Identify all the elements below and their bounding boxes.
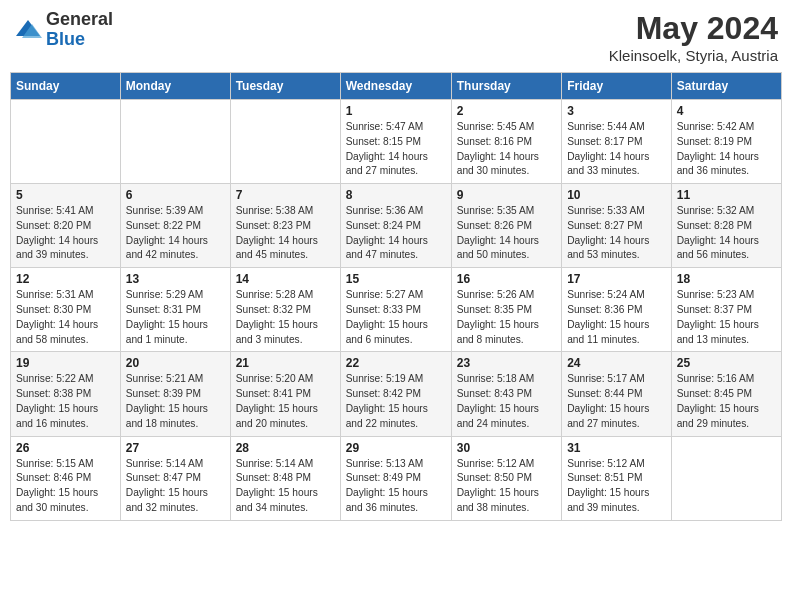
day-info: Sunrise: 5:35 AMSunset: 8:26 PMDaylight:… [457,204,556,263]
header-sunday: Sunday [11,73,121,100]
day-info: Sunrise: 5:47 AMSunset: 8:15 PMDaylight:… [346,120,446,179]
day-info: Sunrise: 5:32 AMSunset: 8:28 PMDaylight:… [677,204,776,263]
day-number: 25 [677,356,776,370]
table-row: 10 Sunrise: 5:33 AMSunset: 8:27 PMDaylig… [562,184,672,268]
day-number: 12 [16,272,115,286]
table-row: 4 Sunrise: 5:42 AMSunset: 8:19 PMDayligh… [671,100,781,184]
day-number: 22 [346,356,446,370]
day-info: Sunrise: 5:22 AMSunset: 8:38 PMDaylight:… [16,372,115,431]
day-info: Sunrise: 5:28 AMSunset: 8:32 PMDaylight:… [236,288,335,347]
weekday-header-row: Sunday Monday Tuesday Wednesday Thursday… [11,73,782,100]
day-number: 30 [457,441,556,455]
day-info: Sunrise: 5:31 AMSunset: 8:30 PMDaylight:… [16,288,115,347]
table-row: 27 Sunrise: 5:14 AMSunset: 8:47 PMDaylig… [120,436,230,520]
table-row: 9 Sunrise: 5:35 AMSunset: 8:26 PMDayligh… [451,184,561,268]
table-row [120,100,230,184]
day-number: 14 [236,272,335,286]
day-info: Sunrise: 5:19 AMSunset: 8:42 PMDaylight:… [346,372,446,431]
day-info: Sunrise: 5:33 AMSunset: 8:27 PMDaylight:… [567,204,666,263]
table-row: 30 Sunrise: 5:12 AMSunset: 8:50 PMDaylig… [451,436,561,520]
day-info: Sunrise: 5:14 AMSunset: 8:47 PMDaylight:… [126,457,225,516]
calendar-week-1: 1 Sunrise: 5:47 AMSunset: 8:15 PMDayligh… [11,100,782,184]
day-number: 9 [457,188,556,202]
calendar-week-5: 26 Sunrise: 5:15 AMSunset: 8:46 PMDaylig… [11,436,782,520]
table-row: 23 Sunrise: 5:18 AMSunset: 8:43 PMDaylig… [451,352,561,436]
table-row: 12 Sunrise: 5:31 AMSunset: 8:30 PMDaylig… [11,268,121,352]
day-info: Sunrise: 5:39 AMSunset: 8:22 PMDaylight:… [126,204,225,263]
table-row: 17 Sunrise: 5:24 AMSunset: 8:36 PMDaylig… [562,268,672,352]
page-header: General Blue May 2024 Kleinsoelk, Styria… [10,10,782,64]
day-info: Sunrise: 5:12 AMSunset: 8:50 PMDaylight:… [457,457,556,516]
table-row: 1 Sunrise: 5:47 AMSunset: 8:15 PMDayligh… [340,100,451,184]
calendar-title: May 2024 [609,10,778,47]
day-number: 4 [677,104,776,118]
table-row: 22 Sunrise: 5:19 AMSunset: 8:42 PMDaylig… [340,352,451,436]
day-number: 21 [236,356,335,370]
day-number: 28 [236,441,335,455]
day-info: Sunrise: 5:21 AMSunset: 8:39 PMDaylight:… [126,372,225,431]
day-number: 16 [457,272,556,286]
table-row: 5 Sunrise: 5:41 AMSunset: 8:20 PMDayligh… [11,184,121,268]
day-info: Sunrise: 5:24 AMSunset: 8:36 PMDaylight:… [567,288,666,347]
day-number: 5 [16,188,115,202]
table-row: 21 Sunrise: 5:20 AMSunset: 8:41 PMDaylig… [230,352,340,436]
day-info: Sunrise: 5:23 AMSunset: 8:37 PMDaylight:… [677,288,776,347]
day-number: 1 [346,104,446,118]
day-info: Sunrise: 5:45 AMSunset: 8:16 PMDaylight:… [457,120,556,179]
header-friday: Friday [562,73,672,100]
header-tuesday: Tuesday [230,73,340,100]
table-row [11,100,121,184]
day-info: Sunrise: 5:15 AMSunset: 8:46 PMDaylight:… [16,457,115,516]
day-info: Sunrise: 5:20 AMSunset: 8:41 PMDaylight:… [236,372,335,431]
table-row: 19 Sunrise: 5:22 AMSunset: 8:38 PMDaylig… [11,352,121,436]
day-info: Sunrise: 5:29 AMSunset: 8:31 PMDaylight:… [126,288,225,347]
day-number: 13 [126,272,225,286]
day-number: 29 [346,441,446,455]
header-monday: Monday [120,73,230,100]
day-number: 26 [16,441,115,455]
day-number: 6 [126,188,225,202]
day-info: Sunrise: 5:13 AMSunset: 8:49 PMDaylight:… [346,457,446,516]
day-info: Sunrise: 5:16 AMSunset: 8:45 PMDaylight:… [677,372,776,431]
day-info: Sunrise: 5:36 AMSunset: 8:24 PMDaylight:… [346,204,446,263]
table-row: 14 Sunrise: 5:28 AMSunset: 8:32 PMDaylig… [230,268,340,352]
day-number: 27 [126,441,225,455]
day-number: 23 [457,356,556,370]
table-row: 15 Sunrise: 5:27 AMSunset: 8:33 PMDaylig… [340,268,451,352]
table-row: 8 Sunrise: 5:36 AMSunset: 8:24 PMDayligh… [340,184,451,268]
day-number: 7 [236,188,335,202]
day-number: 17 [567,272,666,286]
day-number: 10 [567,188,666,202]
day-info: Sunrise: 5:27 AMSunset: 8:33 PMDaylight:… [346,288,446,347]
day-number: 18 [677,272,776,286]
day-info: Sunrise: 5:17 AMSunset: 8:44 PMDaylight:… [567,372,666,431]
table-row: 2 Sunrise: 5:45 AMSunset: 8:16 PMDayligh… [451,100,561,184]
calendar-location: Kleinsoelk, Styria, Austria [609,47,778,64]
day-number: 8 [346,188,446,202]
day-number: 31 [567,441,666,455]
table-row [230,100,340,184]
table-row: 16 Sunrise: 5:26 AMSunset: 8:35 PMDaylig… [451,268,561,352]
header-saturday: Saturday [671,73,781,100]
day-number: 20 [126,356,225,370]
logo-icon [14,16,42,44]
day-info: Sunrise: 5:14 AMSunset: 8:48 PMDaylight:… [236,457,335,516]
day-info: Sunrise: 5:12 AMSunset: 8:51 PMDaylight:… [567,457,666,516]
day-info: Sunrise: 5:26 AMSunset: 8:35 PMDaylight:… [457,288,556,347]
logo: General Blue [14,10,113,50]
calendar-week-2: 5 Sunrise: 5:41 AMSunset: 8:20 PMDayligh… [11,184,782,268]
title-block: May 2024 Kleinsoelk, Styria, Austria [609,10,778,64]
table-row: 31 Sunrise: 5:12 AMSunset: 8:51 PMDaylig… [562,436,672,520]
table-row: 26 Sunrise: 5:15 AMSunset: 8:46 PMDaylig… [11,436,121,520]
day-info: Sunrise: 5:41 AMSunset: 8:20 PMDaylight:… [16,204,115,263]
calendar-week-4: 19 Sunrise: 5:22 AMSunset: 8:38 PMDaylig… [11,352,782,436]
logo-text: General Blue [46,10,113,50]
header-thursday: Thursday [451,73,561,100]
table-row [671,436,781,520]
day-number: 19 [16,356,115,370]
day-number: 11 [677,188,776,202]
calendar-week-3: 12 Sunrise: 5:31 AMSunset: 8:30 PMDaylig… [11,268,782,352]
table-row: 6 Sunrise: 5:39 AMSunset: 8:22 PMDayligh… [120,184,230,268]
table-row: 24 Sunrise: 5:17 AMSunset: 8:44 PMDaylig… [562,352,672,436]
day-info: Sunrise: 5:38 AMSunset: 8:23 PMDaylight:… [236,204,335,263]
